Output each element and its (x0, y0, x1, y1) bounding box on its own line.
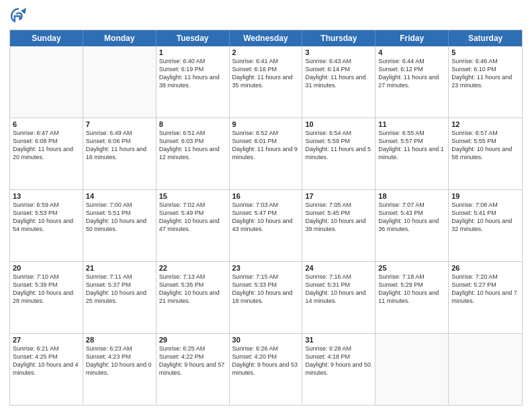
day-number: 10 (305, 120, 372, 128)
cell-info-line: Daylight: 10 hours and 50 minutes. (86, 217, 153, 233)
cell-info-line: Sunset: 5:47 PM (232, 209, 300, 217)
cell-info-line: Sunset: 5:45 PM (305, 209, 372, 217)
day-cell-21: 21Sunrise: 7:11 AMSunset: 5:37 PMDayligh… (83, 262, 157, 333)
day-number: 8 (159, 120, 226, 128)
cell-info-line: Sunset: 4:18 PM (305, 353, 372, 361)
cell-info-line: Daylight: 11 hours and 5 minutes. (305, 145, 372, 161)
day-header-tuesday: Tuesday (157, 30, 230, 46)
cell-info-line: Sunrise: 6:49 AM (86, 129, 153, 137)
day-cell-9: 9Sunrise: 6:52 AMSunset: 6:01 PMDaylight… (230, 118, 303, 189)
day-cell-20: 20Sunrise: 7:10 AMSunset: 5:39 PMDayligh… (10, 262, 83, 333)
cell-info-line: Daylight: 10 hours and 32 minutes. (451, 217, 519, 233)
cell-info-line: Daylight: 11 hours and 35 minutes. (232, 73, 300, 89)
cell-info-line: Daylight: 10 hours and 58 minutes. (451, 145, 519, 161)
cell-info-line: Sunrise: 7:15 AM (232, 273, 300, 281)
cell-info-line: Daylight: 11 hours and 12 minutes. (159, 145, 226, 161)
cell-info-line: Sunrise: 7:05 AM (305, 201, 372, 209)
cell-info-line: Daylight: 10 hours and 47 minutes. (159, 217, 226, 233)
day-cell-25: 25Sunrise: 7:18 AMSunset: 5:29 PMDayligh… (375, 262, 449, 333)
cell-info-line: Daylight: 11 hours and 27 minutes. (378, 73, 445, 89)
cell-info-line: Sunrise: 6:28 AM (305, 345, 372, 353)
day-cell-11: 11Sunrise: 6:55 AMSunset: 5:57 PMDayligh… (375, 118, 449, 189)
day-number: 23 (232, 264, 300, 272)
day-number: 16 (232, 192, 300, 200)
cell-info-line: Daylight: 11 hours and 31 minutes. (305, 73, 372, 89)
empty-cell (449, 334, 522, 405)
cell-info-line: Sunrise: 7:08 AM (451, 201, 519, 209)
day-cell-4: 4Sunrise: 6:44 AMSunset: 6:12 PMDaylight… (375, 46, 449, 118)
calendar-row-5: 27Sunrise: 6:21 AMSunset: 4:25 PMDayligh… (10, 333, 522, 405)
calendar-header: SundayMondayTuesdayWednesdayThursdayFrid… (10, 30, 522, 46)
day-cell-23: 23Sunrise: 7:15 AMSunset: 5:33 PMDayligh… (230, 262, 303, 333)
cell-info-line: Sunset: 5:27 PM (451, 281, 519, 289)
cell-info-line: Sunset: 6:03 PM (159, 137, 226, 145)
day-cell-28: 28Sunrise: 6:23 AMSunset: 4:23 PMDayligh… (83, 334, 157, 405)
day-cell-1: 1Sunrise: 6:40 AMSunset: 6:19 PMDaylight… (157, 46, 230, 118)
day-header-sunday: Sunday (10, 30, 83, 46)
cell-info-line: Sunrise: 7:10 AM (13, 273, 80, 281)
cell-info-line: Daylight: 10 hours and 18 minutes. (232, 289, 300, 305)
cell-info-line: Daylight: 11 hours and 9 minutes. (232, 145, 300, 161)
cell-info-line: Sunset: 4:22 PM (159, 353, 226, 361)
cell-info-line: Daylight: 10 hours and 25 minutes. (86, 289, 153, 305)
cell-info-line: Daylight: 10 hours and 54 minutes. (13, 217, 80, 233)
cell-info-line: Sunrise: 6:57 AM (451, 129, 519, 137)
cell-info-line: Sunrise: 6:59 AM (13, 201, 80, 209)
day-number: 9 (232, 120, 300, 128)
cell-info-line: Sunset: 5:55 PM (451, 137, 519, 145)
cell-info-line: Daylight: 9 hours and 53 minutes. (232, 361, 300, 377)
day-number: 17 (305, 192, 372, 200)
cell-info-line: Sunset: 6:10 PM (451, 65, 519, 73)
logo (9, 7, 31, 26)
day-cell-5: 5Sunrise: 6:46 AMSunset: 6:10 PMDaylight… (449, 46, 522, 118)
day-cell-16: 16Sunrise: 7:03 AMSunset: 5:47 PMDayligh… (230, 190, 303, 261)
cell-info-line: Sunrise: 6:40 AM (159, 57, 226, 65)
cell-info-line: Sunset: 6:12 PM (378, 65, 445, 73)
calendar-row-1: 1Sunrise: 6:40 AMSunset: 6:19 PMDaylight… (10, 46, 522, 118)
day-number: 18 (378, 192, 445, 200)
day-cell-22: 22Sunrise: 7:13 AMSunset: 5:35 PMDayligh… (157, 262, 230, 333)
day-cell-19: 19Sunrise: 7:08 AMSunset: 5:41 PMDayligh… (449, 190, 522, 261)
empty-cell (10, 46, 83, 118)
cell-info-line: Daylight: 11 hours and 16 minutes. (86, 145, 153, 161)
top-section (9, 7, 523, 26)
cell-info-line: Sunrise: 6:41 AM (232, 57, 300, 65)
day-number: 25 (378, 264, 445, 272)
cell-info-line: Sunset: 4:25 PM (13, 353, 80, 361)
day-cell-8: 8Sunrise: 6:51 AMSunset: 6:03 PMDaylight… (157, 118, 230, 189)
cell-info-line: Sunset: 5:59 PM (305, 137, 372, 145)
calendar-body: 1Sunrise: 6:40 AMSunset: 6:19 PMDaylight… (10, 46, 522, 405)
cell-info-line: Sunrise: 7:16 AM (305, 273, 372, 281)
cell-info-line: Sunrise: 6:47 AM (13, 129, 80, 137)
day-number: 2 (232, 48, 300, 56)
cell-info-line: Sunset: 6:08 PM (13, 137, 80, 145)
day-number: 14 (86, 192, 153, 200)
cell-info-line: Sunset: 5:43 PM (378, 209, 445, 217)
cell-info-line: Sunset: 6:14 PM (305, 65, 372, 73)
day-cell-3: 3Sunrise: 6:43 AMSunset: 6:14 PMDaylight… (302, 46, 375, 118)
cell-info-line: Daylight: 11 hours and 23 minutes. (451, 73, 519, 89)
day-cell-2: 2Sunrise: 6:41 AMSunset: 6:16 PMDaylight… (230, 46, 303, 118)
day-cell-17: 17Sunrise: 7:05 AMSunset: 5:45 PMDayligh… (302, 190, 375, 261)
cell-info-line: Sunrise: 6:21 AM (13, 345, 80, 353)
day-number: 1 (159, 48, 226, 56)
day-header-thursday: Thursday (302, 30, 375, 46)
cell-info-line: Sunrise: 6:43 AM (305, 57, 372, 65)
cell-info-line: Sunset: 5:51 PM (86, 209, 153, 217)
cell-info-line: Sunrise: 6:23 AM (86, 345, 153, 353)
cell-info-line: Sunrise: 7:00 AM (86, 201, 153, 209)
cell-info-line: Daylight: 10 hours and 21 minutes. (159, 289, 226, 305)
day-header-wednesday: Wednesday (230, 30, 303, 46)
day-number: 31 (305, 336, 372, 344)
day-cell-13: 13Sunrise: 6:59 AMSunset: 5:53 PMDayligh… (10, 190, 83, 261)
cell-info-line: Daylight: 10 hours and 36 minutes. (378, 217, 445, 233)
cell-info-line: Sunset: 4:23 PM (86, 353, 153, 361)
day-cell-12: 12Sunrise: 6:57 AMSunset: 5:55 PMDayligh… (449, 118, 522, 189)
cell-info-line: Sunset: 5:41 PM (451, 209, 519, 217)
cell-info-line: Daylight: 10 hours and 11 minutes. (378, 289, 445, 305)
day-cell-27: 27Sunrise: 6:21 AMSunset: 4:25 PMDayligh… (10, 334, 83, 405)
calendar-row-3: 13Sunrise: 6:59 AMSunset: 5:53 PMDayligh… (10, 189, 522, 261)
day-number: 11 (378, 120, 445, 128)
day-number: 28 (86, 336, 153, 344)
empty-cell (375, 334, 449, 405)
